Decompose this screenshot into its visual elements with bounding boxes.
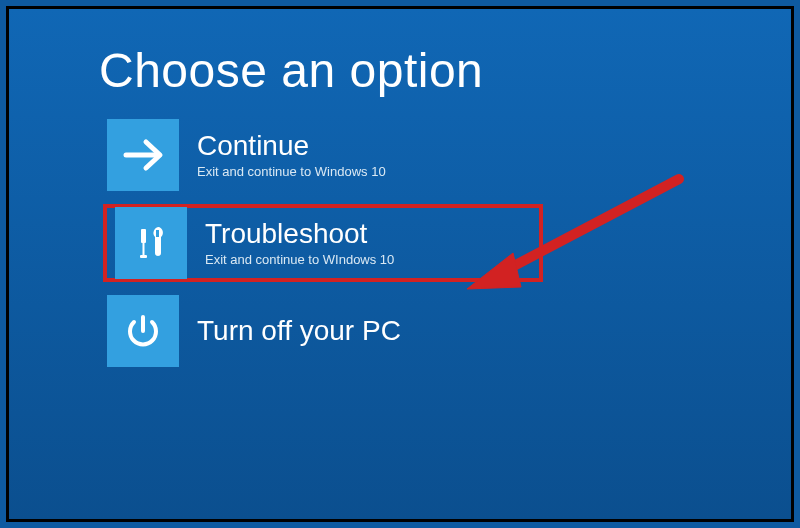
- option-turnoff[interactable]: Turn off your PC: [103, 292, 543, 370]
- options-list: Continue Exit and continue to Windows 10: [103, 116, 721, 370]
- svg-rect-1: [141, 229, 146, 243]
- option-title: Turn off your PC: [197, 315, 401, 347]
- window-frame: Choose an option Continue Exit and conti…: [6, 6, 794, 522]
- troubleshoot-tile: [115, 207, 187, 279]
- continue-tile: [107, 119, 179, 191]
- arrow-right-icon: [120, 132, 166, 178]
- option-title: Continue: [197, 130, 386, 162]
- option-troubleshoot[interactable]: Troubleshoot Exit and continue to WIndow…: [103, 204, 543, 282]
- option-subtitle: Exit and continue to Windows 10: [197, 165, 386, 180]
- page-title: Choose an option: [99, 43, 721, 98]
- option-text: Continue Exit and continue to Windows 10: [197, 130, 386, 179]
- option-subtitle: Exit and continue to WIndows 10: [205, 253, 394, 268]
- turnoff-tile: [107, 295, 179, 367]
- option-text: Troubleshoot Exit and continue to WIndow…: [205, 218, 394, 267]
- power-icon: [121, 309, 165, 353]
- option-title: Troubleshoot: [205, 218, 394, 250]
- svg-rect-2: [143, 243, 145, 255]
- tools-icon: [129, 221, 173, 265]
- option-text: Turn off your PC: [197, 315, 401, 347]
- option-continue[interactable]: Continue Exit and continue to Windows 10: [103, 116, 543, 194]
- svg-rect-3: [140, 255, 147, 258]
